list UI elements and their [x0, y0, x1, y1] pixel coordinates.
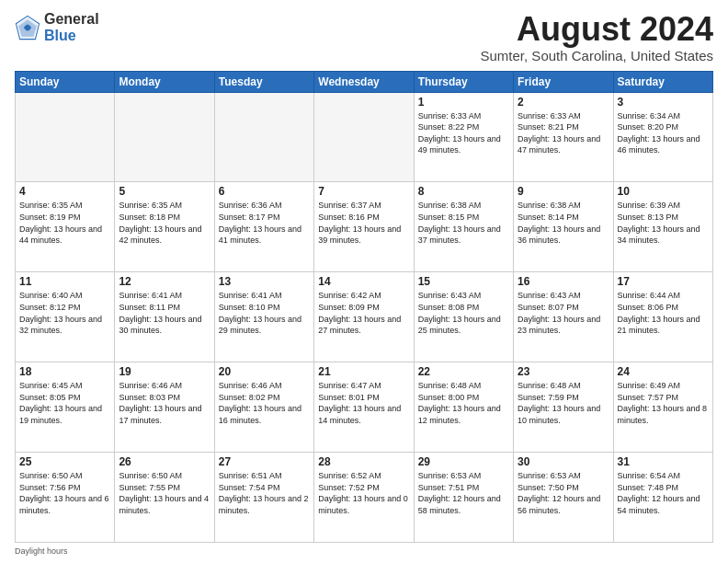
calendar-day-cell: 2Sunrise: 6:33 AM Sunset: 8:21 PM Daylig…	[514, 92, 613, 182]
calendar-header-row: SundayMondayTuesdayWednesdayThursdayFrid…	[16, 71, 713, 92]
location: Sumter, South Carolina, United States	[481, 48, 713, 63]
day-info: Sunrise: 6:47 AM Sunset: 8:01 PM Dayligh…	[318, 380, 409, 426]
day-number: 28	[318, 455, 409, 468]
day-info: Sunrise: 6:44 AM Sunset: 8:06 PM Dayligh…	[618, 290, 709, 336]
calendar-day-cell	[115, 92, 214, 182]
calendar-day-header: Sunday	[16, 71, 115, 92]
calendar-day-cell: 6Sunrise: 6:36 AM Sunset: 8:17 PM Daylig…	[214, 182, 313, 272]
day-number: 6	[219, 185, 310, 198]
day-number: 17	[618, 275, 709, 288]
day-info: Sunrise: 6:53 AM Sunset: 7:50 PM Dayligh…	[518, 470, 609, 516]
calendar-week-row: 25Sunrise: 6:50 AM Sunset: 7:56 PM Dayli…	[16, 453, 713, 543]
day-number: 23	[518, 365, 609, 378]
logo-general: General	[44, 11, 99, 28]
calendar-day-header: Wednesday	[314, 71, 414, 92]
calendar-day-cell: 14Sunrise: 6:42 AM Sunset: 8:09 PM Dayli…	[314, 272, 414, 362]
calendar-day-cell: 12Sunrise: 6:41 AM Sunset: 8:11 PM Dayli…	[115, 272, 214, 362]
day-number: 22	[418, 365, 509, 378]
day-info: Sunrise: 6:35 AM Sunset: 8:18 PM Dayligh…	[119, 200, 210, 246]
day-info: Sunrise: 6:51 AM Sunset: 7:54 PM Dayligh…	[219, 470, 310, 516]
day-info: Sunrise: 6:48 AM Sunset: 7:59 PM Dayligh…	[518, 380, 609, 426]
calendar-day-header: Tuesday	[214, 71, 313, 92]
day-info: Sunrise: 6:41 AM Sunset: 8:10 PM Dayligh…	[219, 290, 310, 336]
header: General Blue August 2024 Sumter, South C…	[15, 11, 713, 63]
day-number: 11	[19, 275, 110, 288]
calendar-day-cell	[214, 92, 313, 182]
calendar-day-cell: 29Sunrise: 6:53 AM Sunset: 7:51 PM Dayli…	[414, 453, 513, 543]
calendar-day-cell: 25Sunrise: 6:50 AM Sunset: 7:56 PM Dayli…	[16, 453, 115, 543]
day-info: Sunrise: 6:33 AM Sunset: 8:21 PM Dayligh…	[518, 110, 609, 156]
calendar-day-cell: 21Sunrise: 6:47 AM Sunset: 8:01 PM Dayli…	[314, 362, 414, 453]
day-info: Sunrise: 6:49 AM Sunset: 7:57 PM Dayligh…	[618, 380, 709, 426]
day-info: Sunrise: 6:43 AM Sunset: 8:08 PM Dayligh…	[418, 290, 509, 336]
day-info: Sunrise: 6:50 AM Sunset: 7:56 PM Dayligh…	[19, 470, 110, 516]
day-info: Sunrise: 6:34 AM Sunset: 8:20 PM Dayligh…	[618, 110, 709, 156]
calendar-day-cell: 15Sunrise: 6:43 AM Sunset: 8:08 PM Dayli…	[414, 272, 513, 362]
day-number: 31	[618, 455, 709, 468]
day-number: 10	[618, 185, 709, 198]
calendar-day-cell: 17Sunrise: 6:44 AM Sunset: 8:06 PM Dayli…	[613, 272, 712, 362]
day-info: Sunrise: 6:46 AM Sunset: 8:03 PM Dayligh…	[119, 380, 210, 426]
calendar-day-cell: 30Sunrise: 6:53 AM Sunset: 7:50 PM Dayli…	[514, 453, 613, 543]
calendar-day-cell: 16Sunrise: 6:43 AM Sunset: 8:07 PM Dayli…	[514, 272, 613, 362]
calendar-day-cell: 23Sunrise: 6:48 AM Sunset: 7:59 PM Dayli…	[514, 362, 613, 453]
day-number: 2	[518, 96, 609, 109]
calendar-day-cell	[314, 92, 414, 182]
day-number: 26	[119, 455, 210, 468]
title-block: August 2024 Sumter, South Carolina, Unit…	[481, 11, 713, 63]
day-number: 25	[19, 455, 110, 468]
calendar-day-cell: 18Sunrise: 6:45 AM Sunset: 8:05 PM Dayli…	[16, 362, 115, 453]
day-info: Sunrise: 6:41 AM Sunset: 8:11 PM Dayligh…	[119, 290, 210, 336]
day-number: 8	[418, 185, 509, 198]
day-info: Sunrise: 6:46 AM Sunset: 8:02 PM Dayligh…	[219, 380, 310, 426]
calendar-day-cell: 10Sunrise: 6:39 AM Sunset: 8:13 PM Dayli…	[613, 182, 712, 272]
calendar-day-cell: 7Sunrise: 6:37 AM Sunset: 8:16 PM Daylig…	[314, 182, 414, 272]
day-number: 13	[219, 275, 310, 288]
day-info: Sunrise: 6:33 AM Sunset: 8:22 PM Dayligh…	[418, 110, 509, 156]
calendar-day-cell: 31Sunrise: 6:54 AM Sunset: 7:48 PM Dayli…	[613, 453, 712, 543]
day-number: 7	[318, 185, 409, 198]
day-number: 19	[119, 365, 210, 378]
day-info: Sunrise: 6:38 AM Sunset: 8:14 PM Dayligh…	[518, 200, 609, 246]
day-info: Sunrise: 6:53 AM Sunset: 7:51 PM Dayligh…	[418, 470, 509, 516]
day-info: Sunrise: 6:52 AM Sunset: 7:52 PM Dayligh…	[318, 470, 409, 516]
day-number: 18	[19, 365, 110, 378]
calendar-day-cell: 28Sunrise: 6:52 AM Sunset: 7:52 PM Dayli…	[314, 453, 414, 543]
calendar-day-header: Friday	[514, 71, 613, 92]
day-info: Sunrise: 6:43 AM Sunset: 8:07 PM Dayligh…	[518, 290, 609, 336]
day-info: Sunrise: 6:45 AM Sunset: 8:05 PM Dayligh…	[19, 380, 110, 426]
day-info: Sunrise: 6:38 AM Sunset: 8:15 PM Dayligh…	[418, 200, 509, 246]
logo-icon	[15, 15, 40, 40]
logo-blue: Blue	[44, 28, 99, 44]
calendar-day-cell: 22Sunrise: 6:48 AM Sunset: 8:00 PM Dayli…	[414, 362, 513, 453]
day-info: Sunrise: 6:40 AM Sunset: 8:12 PM Dayligh…	[19, 290, 110, 336]
day-info: Sunrise: 6:36 AM Sunset: 8:17 PM Dayligh…	[219, 200, 310, 246]
day-number: 27	[219, 455, 310, 468]
calendar-day-header: Monday	[115, 71, 214, 92]
day-info: Sunrise: 6:42 AM Sunset: 8:09 PM Dayligh…	[318, 290, 409, 336]
day-info: Sunrise: 6:39 AM Sunset: 8:13 PM Dayligh…	[618, 200, 709, 246]
day-number: 5	[119, 185, 210, 198]
calendar-week-row: 1Sunrise: 6:33 AM Sunset: 8:22 PM Daylig…	[16, 92, 713, 182]
day-number: 9	[518, 185, 609, 198]
calendar-day-cell: 19Sunrise: 6:46 AM Sunset: 8:03 PM Dayli…	[115, 362, 214, 453]
calendar-day-cell: 9Sunrise: 6:38 AM Sunset: 8:14 PM Daylig…	[514, 182, 613, 272]
calendar-day-cell: 1Sunrise: 6:33 AM Sunset: 8:22 PM Daylig…	[414, 92, 513, 182]
calendar-day-cell: 27Sunrise: 6:51 AM Sunset: 7:54 PM Dayli…	[214, 453, 313, 543]
calendar-day-cell: 26Sunrise: 6:50 AM Sunset: 7:55 PM Dayli…	[115, 453, 214, 543]
day-number: 24	[618, 365, 709, 378]
page: General Blue August 2024 Sumter, South C…	[0, 0, 728, 563]
calendar-day-cell: 3Sunrise: 6:34 AM Sunset: 8:20 PM Daylig…	[613, 92, 712, 182]
day-info: Sunrise: 6:54 AM Sunset: 7:48 PM Dayligh…	[618, 470, 709, 516]
day-info: Sunrise: 6:37 AM Sunset: 8:16 PM Dayligh…	[318, 200, 409, 246]
day-number: 16	[518, 275, 609, 288]
logo-text: General Blue	[44, 11, 99, 43]
calendar-week-row: 4Sunrise: 6:35 AM Sunset: 8:19 PM Daylig…	[16, 182, 713, 272]
day-number: 30	[518, 455, 609, 468]
calendar-day-cell	[16, 92, 115, 182]
calendar-day-cell: 11Sunrise: 6:40 AM Sunset: 8:12 PM Dayli…	[16, 272, 115, 362]
calendar-table: SundayMondayTuesdayWednesdayThursdayFrid…	[15, 71, 713, 543]
footer-note: Daylight hours	[15, 546, 713, 556]
day-number: 3	[618, 96, 709, 109]
day-info: Sunrise: 6:48 AM Sunset: 8:00 PM Dayligh…	[418, 380, 509, 426]
